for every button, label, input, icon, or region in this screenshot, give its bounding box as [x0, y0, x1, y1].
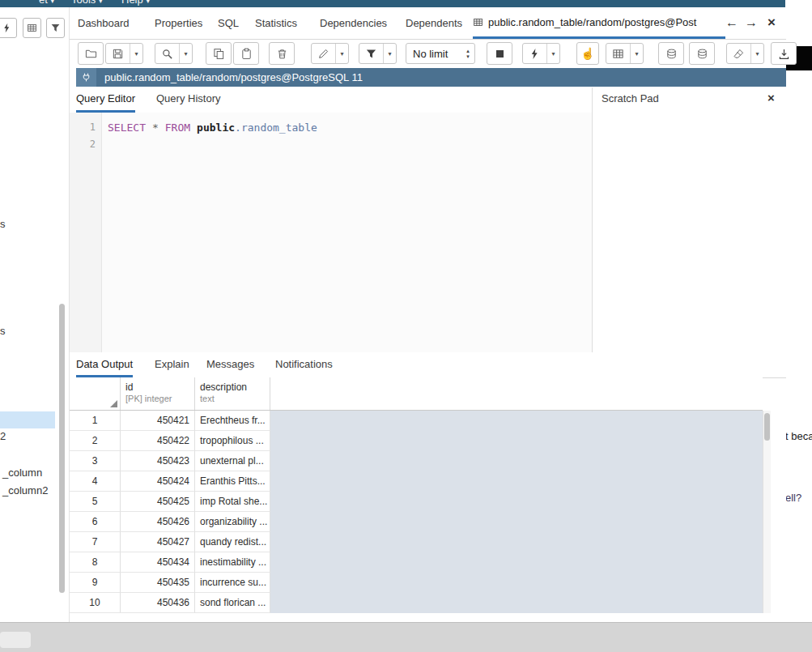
- execute-button[interactable]: [523, 44, 546, 63]
- tab-sql[interactable]: SQL: [218, 7, 239, 39]
- row-number-cell[interactable]: 7: [70, 532, 121, 552]
- filtered-rows-button[interactable]: [46, 18, 65, 38]
- query-tool-button[interactable]: [0, 18, 17, 38]
- menu-item-help[interactable]: Help▾: [121, 0, 150, 6]
- spinner-down-icon: ▾: [466, 53, 470, 59]
- description-cell[interactable]: incurrence su...: [195, 573, 270, 593]
- save-button[interactable]: [106, 44, 130, 63]
- row-number-cell[interactable]: 4: [70, 471, 121, 492]
- row-number-cell[interactable]: 6: [70, 512, 121, 532]
- tree-item-fragment[interactable]: s: [0, 218, 6, 230]
- hand-button[interactable]: ☝: [576, 42, 599, 65]
- id-cell[interactable]: 450424: [121, 471, 195, 492]
- description-cell[interactable]: unexternal pl...: [195, 451, 270, 471]
- download-button[interactable]: [771, 42, 797, 65]
- find-button[interactable]: [155, 44, 179, 63]
- description-cell[interactable]: organizability ...: [195, 512, 270, 532]
- row-number-cell[interactable]: 10: [70, 593, 121, 613]
- sql-editor[interactable]: 1 2 SELECT*FROMpublic.random_table: [70, 113, 592, 352]
- tree-item-fragment[interactable]: 2: [0, 430, 6, 442]
- tab-dependents[interactable]: Dependents: [406, 7, 462, 39]
- column-header-description[interactable]: description text: [195, 377, 270, 410]
- save-dropdown-button[interactable]: ▾: [130, 44, 142, 63]
- row-number-cell[interactable]: 9: [70, 573, 121, 593]
- tree-item-fragment[interactable]: s: [0, 325, 6, 337]
- row-number-cell[interactable]: 1: [70, 411, 121, 431]
- tab-query-editor[interactable]: Query Editor: [76, 87, 135, 113]
- find-dropdown-button[interactable]: ▾: [179, 44, 192, 63]
- id-cell[interactable]: 450421: [121, 411, 195, 431]
- id-cell[interactable]: 450426: [121, 512, 195, 532]
- tab-explain[interactable]: Explain: [155, 354, 189, 375]
- description-cell[interactable]: inestimability ...: [195, 552, 270, 573]
- tab-nav-back-button[interactable]: ←: [725, 7, 738, 39]
- menu-item-tools[interactable]: Tools▾: [71, 0, 102, 6]
- caret-icon: ▾: [147, 0, 150, 5]
- tab-properties[interactable]: Properties: [155, 7, 202, 39]
- edit-button[interactable]: [312, 44, 335, 63]
- execute-dropdown-button[interactable]: ▾: [546, 44, 559, 63]
- delete-button[interactable]: [269, 42, 295, 65]
- grid-vertical-scrollbar[interactable]: [763, 411, 771, 613]
- filter-dropdown-button[interactable]: ▾: [383, 44, 396, 63]
- row-limit-select[interactable]: No limit ▴▾: [406, 43, 475, 64]
- tab-query-history[interactable]: Query History: [156, 87, 220, 110]
- paste-button[interactable]: [233, 42, 259, 65]
- id-cell[interactable]: 450423: [121, 451, 195, 471]
- row-number-cell[interactable]: 8: [70, 552, 121, 573]
- scratch-pad-title: Scratch Pad: [602, 87, 659, 110]
- tab-query-tool[interactable]: public.random_table/random/postgres@Post: [473, 7, 725, 39]
- description-cell[interactable]: sond florican ...: [195, 593, 270, 613]
- tree-item-fragment[interactable]: _column: [2, 467, 42, 479]
- id-cell[interactable]: 450434: [121, 552, 195, 573]
- description-cell[interactable]: Eranthis Pitts...: [195, 471, 270, 492]
- row-number-cell[interactable]: 2: [70, 431, 121, 451]
- tab-notifications[interactable]: Notifications: [275, 354, 333, 375]
- copy-button[interactable]: [206, 42, 232, 65]
- rollback-button[interactable]: [689, 42, 715, 65]
- scratch-pad-close-button[interactable]: ×: [767, 91, 775, 104]
- tree-item-fragment[interactable]: _column2: [2, 484, 48, 496]
- description-cell[interactable]: quandy redist...: [195, 532, 270, 552]
- tab-dependencies[interactable]: Dependencies: [320, 7, 387, 39]
- tree-selected-highlight[interactable]: [0, 411, 55, 428]
- id-cell[interactable]: 450436: [121, 593, 195, 613]
- view-data-button[interactable]: [23, 18, 41, 38]
- menu-item-object[interactable]: et▾: [39, 0, 54, 6]
- clear-dropdown-button[interactable]: ▾: [750, 44, 763, 63]
- stop-button[interactable]: [487, 42, 512, 65]
- row-number-cell[interactable]: 5: [70, 492, 121, 512]
- id-cell[interactable]: 450422: [121, 431, 195, 451]
- tree-scrollbar[interactable]: [59, 304, 65, 593]
- spinner-icon[interactable]: ▴▾: [461, 48, 474, 59]
- description-cell[interactable]: tropophilous ...: [195, 431, 270, 451]
- sql-code-line[interactable]: SELECT*FROMpublic.random_table: [108, 119, 317, 136]
- column-header-id[interactable]: id [PK] integer: [121, 377, 195, 410]
- scratch-pad-area[interactable]: [593, 113, 786, 352]
- edit-dropdown-button[interactable]: ▾: [335, 44, 348, 63]
- filter-button[interactable]: [359, 44, 383, 63]
- clear-button-group: ▾: [726, 43, 764, 64]
- commit-button[interactable]: [658, 42, 684, 65]
- tab-data-output[interactable]: Data Output: [76, 354, 133, 377]
- connection-bar: public.random_table/random/postgres@Post…: [76, 68, 786, 87]
- id-cell[interactable]: 450427: [121, 532, 195, 552]
- row-number-cell[interactable]: 3: [70, 451, 121, 471]
- connection-status-box[interactable]: [76, 68, 96, 87]
- description-cell[interactable]: Erechtheus fr...: [195, 411, 270, 431]
- id-cell[interactable]: 450435: [121, 573, 195, 593]
- tab-messages[interactable]: Messages: [206, 354, 254, 375]
- sql-table-identifier: .random_table: [235, 121, 317, 134]
- tab-dashboard[interactable]: Dashboard: [78, 7, 130, 39]
- id-cell[interactable]: 450425: [121, 492, 195, 512]
- tab-nav-forward-button[interactable]: →: [745, 7, 758, 39]
- tab-statistics[interactable]: Statistics: [255, 7, 297, 39]
- description-cell[interactable]: imp Rotal she...: [195, 492, 270, 512]
- select-all-corner[interactable]: [70, 377, 121, 410]
- grid-options-dropdown-button[interactable]: ▾: [630, 44, 643, 63]
- grid-options-button[interactable]: [606, 44, 630, 63]
- open-file-button[interactable]: [78, 42, 104, 65]
- clear-button[interactable]: [727, 44, 750, 63]
- tab-close-button[interactable]: ×: [767, 7, 776, 39]
- grid-scrollbar-thumb[interactable]: [764, 413, 770, 441]
